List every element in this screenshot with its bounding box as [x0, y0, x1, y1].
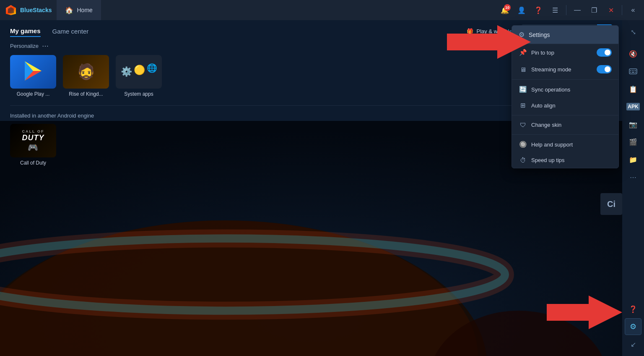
- notification-button[interactable]: 🔔 10: [497, 3, 512, 18]
- game-card-google-play[interactable]: Google Play ...: [10, 55, 56, 97]
- game-label-system: System apps: [124, 91, 153, 97]
- svg-rect-19: [635, 72, 636, 73]
- close-icon: ✕: [608, 6, 614, 14]
- back-button[interactable]: «: [626, 3, 641, 18]
- ci-badge: Ci: [600, 193, 622, 215]
- menu-streaming-item[interactable]: 🖥 Streaming mode: [512, 61, 618, 78]
- cod-thumb: CALL OF DUTY 🎮: [10, 124, 56, 157]
- svg-rect-16: [635, 70, 636, 71]
- menu-help-item[interactable]: 🔘 Help and support: [512, 136, 618, 152]
- minimize-icon: —: [574, 6, 581, 14]
- hamburger-icon: ☰: [552, 6, 558, 14]
- help-icon: ❓: [534, 6, 543, 14]
- keyboard-icon: [629, 67, 637, 76]
- sidebar-apk-button[interactable]: APK: [625, 98, 641, 115]
- system-thumb: ⚙️ 🟡 🌐: [116, 55, 162, 89]
- files-icon: 📁: [629, 156, 637, 164]
- home-tab[interactable]: 🏠 Home: [57, 0, 101, 20]
- account-button[interactable]: 👤: [514, 3, 529, 18]
- help-support-label: Help and support: [531, 141, 612, 148]
- titlebar: BlueStacks 🏠 Home 🔔 10 👤 ❓ ☰ — ❐ ✕ «: [0, 0, 644, 20]
- svg-rect-12: [629, 69, 637, 74]
- pin-toggle[interactable]: [597, 48, 612, 57]
- bluestacks-logo-icon: [5, 4, 17, 16]
- sidebar-volume-button[interactable]: 🔇: [625, 45, 641, 62]
- gift-text: Play & win: [477, 28, 502, 34]
- tab-game-center[interactable]: Game center: [52, 26, 89, 37]
- help-support-icon: 🔘: [519, 141, 527, 148]
- brand-name: BlueStacks: [20, 7, 52, 13]
- tab-my-games[interactable]: My games: [10, 26, 41, 37]
- menu-auto-align-item[interactable]: ⊞ Auto align: [512, 97, 618, 113]
- cod-icon: 🎮: [28, 142, 39, 152]
- apk-icon: APK: [626, 103, 639, 110]
- svg-rect-18: [632, 72, 634, 73]
- sidebar-help-button[interactable]: ❓: [625, 301, 641, 317]
- sidebar-settings-button[interactable]: ⚙: [625, 318, 641, 335]
- sidebar-bottom-arrow-button[interactable]: ↙: [625, 336, 641, 353]
- auto-align-label: Auto align: [531, 102, 612, 109]
- video-icon: 🎬: [629, 138, 637, 146]
- home-icon: 🏠: [65, 6, 73, 14]
- close-button[interactable]: ✕: [603, 3, 618, 18]
- expand-icon: ⤡: [631, 28, 636, 36]
- game-label-google-play: Google Play ...: [17, 91, 50, 97]
- svg-rect-15: [634, 70, 634, 71]
- sidebar-keyboard-button[interactable]: [625, 63, 641, 80]
- settings-menu-label: Settings: [529, 31, 550, 38]
- logo-area: BlueStacks: [0, 4, 57, 16]
- sidebar-calendar-button[interactable]: 📋: [625, 81, 641, 97]
- pin-label: Pin to top: [531, 50, 592, 56]
- hamburger-button[interactable]: ☰: [548, 3, 563, 18]
- cod-call-text: CALL OF: [22, 129, 44, 134]
- game-label-rise: Rise of Kingd...: [69, 91, 103, 97]
- menu-pin-item[interactable]: 📌 Pin to top: [512, 44, 618, 61]
- rise-warrior-icon: 🧔: [77, 63, 96, 81]
- sidebar-more-button[interactable]: ⋯: [625, 169, 641, 186]
- pin-icon: 📌: [519, 49, 527, 56]
- game-card-cod[interactable]: CALL OF DUTY 🎮 Call of Duty: [10, 124, 56, 166]
- svg-rect-17: [630, 72, 631, 73]
- sidebar-screenshot-button[interactable]: 📷: [625, 116, 641, 133]
- streaming-icon: 🖥: [519, 66, 527, 73]
- auto-align-icon: ⊞: [519, 102, 527, 109]
- gift-area: 🎁 Play & win Help: [467, 28, 517, 34]
- menu-divider-1: [512, 79, 618, 80]
- home-tab-label: Home: [77, 7, 92, 13]
- personalize-text: Personalize: [10, 43, 39, 49]
- menu-speed-item[interactable]: ⏱ Speed up tips: [512, 152, 618, 168]
- game-label-cod: Call of Duty: [20, 160, 46, 166]
- titlebar-divider2: [622, 5, 622, 15]
- menu-change-skin-item[interactable]: 🛡 Change skin: [512, 117, 618, 133]
- cod-duty-text: DUTY: [22, 134, 44, 142]
- game-card-system[interactable]: ⚙️ 🟡 🌐 System apps: [116, 55, 162, 97]
- speed-icon: ⏱: [519, 157, 527, 164]
- screenshot-icon: 📷: [629, 120, 637, 128]
- menu-settings-item[interactable]: ⚙ Settings: [512, 26, 618, 44]
- speed-label: Speed up tips: [531, 157, 612, 163]
- sync-icon: 🔄: [519, 86, 527, 93]
- menu-sync-item[interactable]: 🔄 Sync operations: [512, 81, 618, 97]
- game-card-rise[interactable]: 🧔 Rise of Kingd...: [63, 55, 109, 97]
- sync-label: Sync operations: [531, 86, 612, 93]
- sidebar-expand-button[interactable]: ⤡: [625, 24, 641, 40]
- ci-text: Ci: [607, 199, 615, 209]
- google-play-thumb: [10, 55, 56, 89]
- sidebar-video-button[interactable]: 🎬: [625, 134, 641, 150]
- streaming-toggle[interactable]: [597, 65, 612, 73]
- sidebar-files-button[interactable]: 📁: [625, 151, 641, 168]
- personalize-icon: ⋯: [42, 42, 49, 50]
- svg-rect-14: [632, 70, 633, 71]
- sidebar-help-icon: ❓: [629, 305, 637, 313]
- system-icons: ⚙️ 🟡 🌐: [119, 65, 159, 79]
- right-sidebar: ⤡ 🔇 📋 APK: [622, 20, 644, 356]
- streaming-label: Streaming mode: [531, 66, 592, 73]
- maximize-button[interactable]: ❐: [587, 3, 602, 18]
- rise-thumb: 🧔: [63, 55, 109, 89]
- gift-icon: 🎁: [467, 28, 473, 34]
- settings-menu-icon: ⚙: [519, 31, 525, 39]
- minimize-button[interactable]: —: [570, 3, 585, 18]
- help-button[interactable]: ❓: [531, 3, 546, 18]
- titlebar-divider: [566, 5, 566, 15]
- back-icon: «: [631, 6, 635, 14]
